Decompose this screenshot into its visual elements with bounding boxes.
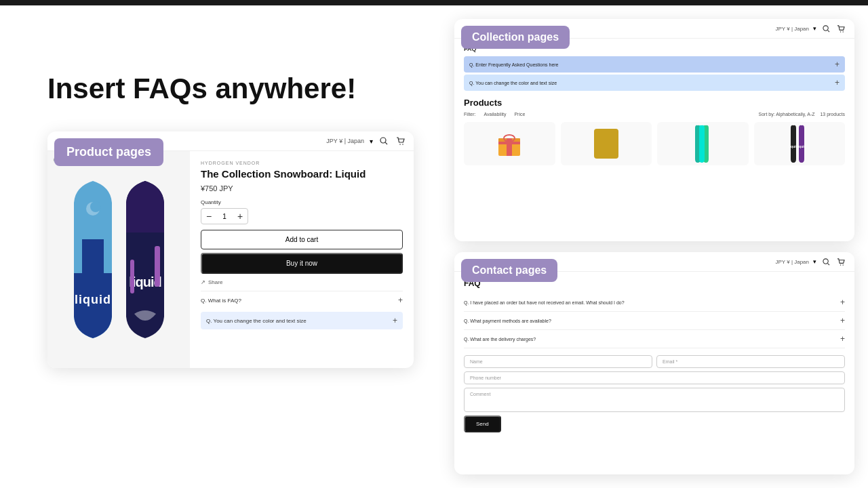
collection-faq-toggle-2[interactable]: + [835,78,840,87]
qty-value: 1 [216,213,233,220]
qty-minus-button[interactable]: − [201,209,216,224]
contact-faq-item-1[interactable]: Q. I have placed an order but have not r… [464,293,845,312]
faq-item-1[interactable]: Q. What is FAQ? + [201,291,403,309]
svg-line-12 [827,30,829,32]
phone-input[interactable]: Phone number [464,371,845,384]
faq-item-2[interactable]: Q. You can change the color and text siz… [201,312,403,329]
contact-faq-toggle-1[interactable]: + [840,298,845,307]
contact-card-label: Contact pages [461,259,557,282]
product-details: HYDROGEN VENDOR The Collection Snowboard… [190,151,414,368]
availability-filter[interactable]: Availability [484,112,507,117]
svg-line-23 [827,263,829,265]
collection-faq-item-2[interactable]: Q. You can change the color and text siz… [464,75,845,91]
collection-locale: JPY ¥ | Japan [775,26,809,32]
search-icon[interactable] [378,136,389,146]
contact-faq-toggle-3[interactable]: + [840,334,845,344]
product-count: 13 products [820,112,845,117]
contact-search-icon[interactable] [821,256,831,267]
product-thumb-1[interactable] [464,122,555,165]
faq-question-2: Q. You can change the color and text siz… [206,318,307,324]
product-grid: liquid liquid [464,122,845,165]
add-to-cart-button[interactable]: Add to cart [201,230,403,249]
product-thumb-2[interactable] [561,122,652,165]
collection-faq-q1: Q. Enter Frequently Asked Questions here [469,62,559,67]
contact-faq-q1: Q. I have placed an order but have not r… [464,300,625,305]
share-row: ↗ Share [201,279,403,285]
sort-label: Sort by: [758,112,774,117]
phone-placeholder: Phone number [470,375,501,380]
svg-point-2 [399,144,401,145]
contact-submit-button[interactable]: Send [464,415,501,432]
faq-toggle-1[interactable]: + [398,296,403,305]
sort-bar: Sort by: Alphabetically, A-Z 13 products [758,112,845,117]
product-image-area: 🔍 [47,151,190,368]
product-card-label: Product pages [54,138,163,166]
collection-locale-chevron[interactable]: ▾ [813,25,816,32]
right-panel: Collection pages JPY ¥ | Japan ▾ [441,5,868,488]
collection-faq-q2: Q. You can change the color and text siz… [469,81,557,85]
svg-point-11 [823,25,827,30]
collection-cart-icon[interactable] [835,23,846,34]
svg-point-22 [823,258,827,263]
collection-faq-item-1[interactable]: Q. Enter Frequently Asked Questions here… [464,56,845,73]
filter-left: Filter: Availability Price [464,112,525,117]
main-heading: Insert FAQs anywhere! [47,73,356,104]
share-icon: ↗ [201,279,205,285]
product-main-area: 🔍 [47,151,414,368]
contact-faq-item-3[interactable]: Q. What are the delivery charges? + [464,330,845,348]
top-bar [0,0,868,5]
product-card-inner: JPY ¥ | Japan ▾ [47,131,414,368]
name-input[interactable]: Name [464,355,652,368]
comment-placeholder: Comment [470,392,490,396]
contact-faq-item-2[interactable]: Q. What payment methods are available? + [464,312,845,330]
contact-locale-chevron[interactable]: ▾ [813,258,816,265]
svg-text:liquid: liquid [75,293,111,306]
qty-label: Quantity [201,199,403,205]
collection-card: Collection pages JPY ¥ | Japan ▾ [454,19,854,241]
contact-faq-toggle-2[interactable]: + [840,316,845,325]
price-filter[interactable]: Price [514,112,525,117]
contact-form: Name Email * Phone number Comment Send [464,355,845,432]
svg-rect-10 [130,260,134,293]
svg-point-0 [380,138,386,143]
product-price: ¥750 JPY [201,184,403,192]
contact-faq-q2: Q. What payment methods are available? [464,319,551,323]
svg-point-5 [90,201,101,212]
collection-inner: FAQ Q. Enter Frequently Asked Questions … [454,39,854,172]
product-thumb-4[interactable]: liquid liquid [754,122,846,165]
contact-faq-q3: Q. What are the delivery charges? [464,337,536,342]
qty-plus-button[interactable]: + [233,209,248,224]
product-brand: HYDROGEN VENDOR [201,161,403,165]
filter-bar: Filter: Availability Price Sort by: Alph… [464,112,845,117]
svg-text:liquid: liquid [797,144,806,148]
product-card: Product pages JPY ¥ | Japan ▾ [47,131,414,368]
faq-toggle-2[interactable]: + [393,316,397,325]
buy-now-button[interactable]: Buy it now [201,253,403,274]
name-placeholder: Name [470,359,483,364]
product-name: The Collection Snowboard: Liquid [201,168,403,180]
cart-icon[interactable] [395,136,406,146]
sort-value[interactable]: Alphabetically, A-Z [776,112,814,117]
main-content: Insert FAQs anywhere! Product pages JPY … [0,5,868,488]
email-input[interactable]: Email * [656,355,845,368]
svg-point-3 [402,144,403,145]
collection-card-label: Collection pages [461,26,570,49]
product-thumb-3[interactable] [657,122,749,165]
contact-cart-icon[interactable] [835,256,846,267]
contact-card: Contact pages JPY ¥ | Japan ▾ [454,252,854,474]
comment-input[interactable]: Comment [464,388,845,412]
collection-search-icon[interactable] [821,23,831,34]
filter-label: Filter: [464,112,476,117]
contact-locale: JPY ¥ | Japan [775,259,809,265]
svg-point-14 [842,31,843,32]
svg-rect-9 [155,246,160,287]
faq-question-1: Q. What is FAQ? [201,298,241,304]
svg-rect-6 [82,239,104,273]
email-placeholder: Email * [663,359,677,364]
svg-point-13 [840,31,841,32]
snowboard-images: liquid liquid [68,178,170,341]
share-label: Share [208,279,222,285]
collection-faq-toggle-1[interactable]: + [835,60,840,69]
chevron-down-icon[interactable]: ▾ [370,138,373,145]
contact-form-name-email: Name Email * [464,355,845,368]
